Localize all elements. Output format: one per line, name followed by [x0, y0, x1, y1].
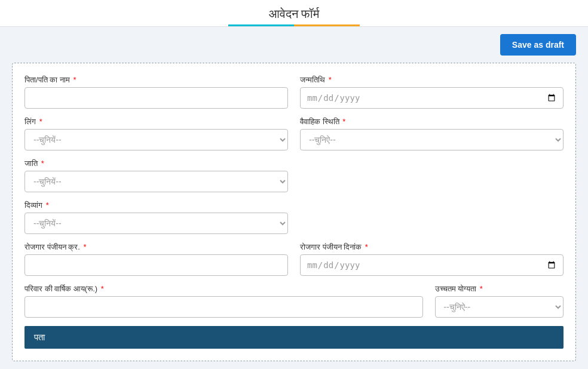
form-row-2: लिंग * --चुनियें-- वैवाहिक स्थिति * --चु…: [24, 117, 564, 150]
vaivahik-group: वैवाहिक स्थिति * --चुनिऐ--: [300, 117, 564, 150]
rojgar-date-required: *: [365, 242, 368, 251]
parivar-aay-group: परिवार की वार्षिक आय(रू.) *: [24, 284, 423, 318]
vaivahik-select[interactable]: --चुनिऐ--: [300, 129, 564, 150]
form-row-3: जाति * --चुनियें--: [24, 159, 564, 192]
rojgar-kram-input[interactable]: [24, 254, 288, 276]
rojgar-kram-group: रोजगार पंजीयन क्र. *: [24, 242, 288, 276]
main-content: पिता/पति का नाम * जन्मतिथि * लिंग *: [0, 63, 588, 369]
rojgar-kram-required: *: [83, 242, 86, 251]
divyang-group: दिव्यांग * --चुनियें--: [24, 201, 288, 234]
divyang-label: दिव्यांग *: [24, 201, 288, 210]
pata-section-header: पता: [24, 326, 564, 349]
jati-required: *: [41, 159, 44, 168]
jati-label: जाति *: [24, 159, 288, 168]
pita-input[interactable]: [24, 87, 288, 109]
uchhatam-required: *: [480, 284, 483, 293]
page-title: आवेदन फॉर्म: [0, 7, 588, 21]
underline-teal: [228, 24, 294, 26]
pita-group: पिता/पति का नाम *: [24, 75, 288, 109]
underline-orange: [294, 24, 360, 26]
janmithi-required: *: [329, 75, 332, 84]
divyang-select[interactable]: --चुनियें--: [24, 213, 288, 234]
rojgar-date-input[interactable]: [300, 254, 564, 276]
janmithi-group: जन्मतिथि *: [300, 75, 564, 109]
form-row-1: पिता/पति का नाम * जन्मतिथि *: [24, 75, 564, 109]
uchhatam-group: उच्चतम योग्यता * --चुनिऐ--: [435, 284, 564, 318]
pita-required: *: [73, 75, 76, 84]
ling-required: *: [39, 117, 42, 126]
vaivahik-required: *: [342, 117, 345, 126]
parivar-aay-input[interactable]: [24, 296, 423, 318]
form-row-4: दिव्यांग * --चुनियें--: [24, 201, 564, 234]
save-draft-button[interactable]: Save as draft: [500, 34, 576, 56]
vaivahik-label: वैवाहिक स्थिति *: [300, 117, 564, 127]
rojgar-date-group: रोजगार पंजीयन दिनांक *: [300, 242, 564, 276]
rojgar-date-label: रोजगार पंजीयन दिनांक *: [300, 242, 564, 252]
jati-group: जाति * --चुनियें--: [24, 159, 288, 192]
form-row-5: रोजगार पंजीयन क्र. * रोजगार पंजीयन दिनां…: [24, 242, 564, 276]
divyang-required: *: [46, 201, 49, 210]
page-header: आवेदन फॉर्म: [0, 0, 588, 27]
parivar-aay-required: *: [101, 284, 104, 293]
toolbar: Save as draft: [0, 27, 588, 63]
ling-group: लिंग * --चुनियें--: [24, 117, 288, 150]
parivar-aay-label: परिवार की वार्षिक आय(रू.) *: [24, 284, 423, 294]
form-card: पिता/पति का नाम * जन्मतिथि * लिंग *: [12, 63, 576, 361]
title-underline: [228, 24, 360, 26]
janmithi-label: जन्मतिथि *: [300, 75, 564, 85]
janmithi-input[interactable]: [300, 87, 564, 109]
ling-select[interactable]: --चुनियें--: [24, 129, 288, 150]
pita-label: पिता/पति का नाम *: [24, 75, 288, 85]
uchhatam-select[interactable]: --चुनिऐ--: [435, 296, 564, 318]
uchhatam-label: उच्चतम योग्यता *: [435, 284, 564, 294]
form-row-6: परिवार की वार्षिक आय(रू.) * उच्चतम योग्य…: [24, 284, 564, 318]
rojgar-kram-label: रोजगार पंजीयन क्र. *: [24, 242, 288, 252]
ling-label: लिंग *: [24, 117, 288, 127]
jati-select[interactable]: --चुनियें--: [24, 171, 288, 192]
